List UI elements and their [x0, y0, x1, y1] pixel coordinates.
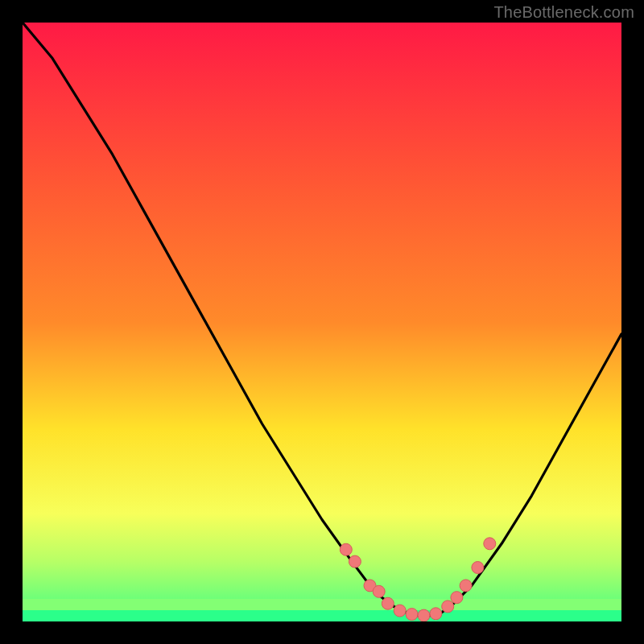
data-marker [406, 609, 418, 621]
data-marker [373, 585, 385, 597]
watermark-text: TheBottleneck.com [493, 3, 634, 22]
data-marker [382, 597, 394, 609]
svg-rect-1 [23, 610, 621, 621]
chart-frame: TheBottleneck.com [0, 0, 644, 644]
plot-area [23, 23, 621, 621]
data-marker [442, 601, 454, 613]
data-marker [430, 608, 442, 620]
data-marker [418, 609, 430, 621]
data-marker [451, 592, 463, 604]
data-marker [484, 538, 496, 550]
data-marker [472, 562, 484, 574]
data-marker [460, 580, 472, 592]
svg-rect-0 [23, 23, 621, 621]
svg-rect-2 [23, 599, 621, 610]
data-marker [340, 543, 352, 555]
chart-svg [23, 23, 621, 621]
data-marker [349, 555, 361, 568]
data-marker [394, 605, 406, 617]
